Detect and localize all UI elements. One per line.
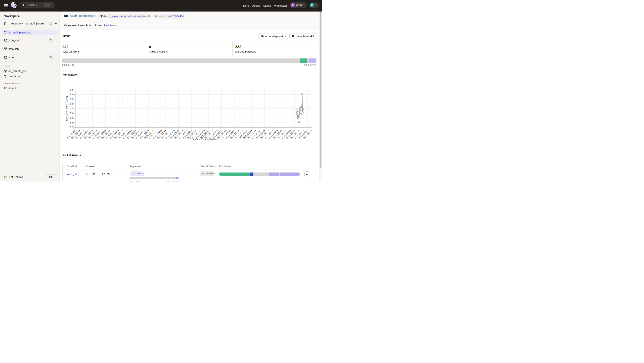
svg-text:8.0: 8.0 — [70, 102, 74, 105]
svg-text:Execution Time by Partition: Execution Time by Partition — [190, 138, 219, 141]
svg-text:5.5: 5.5 — [70, 126, 74, 129]
svg-text:9.0: 9.0 — [70, 93, 74, 96]
svg-text:7.5: 7.5 — [70, 107, 74, 110]
svg-text:7.0: 7.0 — [70, 112, 74, 115]
svg-text:6.5: 6.5 — [70, 116, 74, 120]
svg-text:Execution time (secs): Execution time (secs) — [65, 96, 68, 121]
svg-text:9.5: 9.5 — [70, 88, 74, 91]
svg-text:8.5: 8.5 — [70, 98, 74, 100]
svg-text:6.0: 6.0 — [70, 121, 74, 124]
